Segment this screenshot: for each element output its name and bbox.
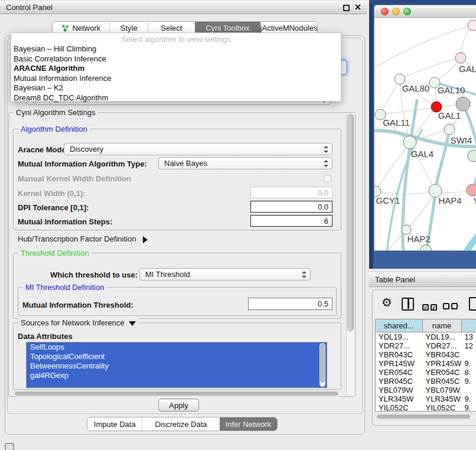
manual-kernel-checkbox[interactable] xyxy=(324,175,331,182)
column-header[interactable] xyxy=(461,319,476,332)
mac-close-icon[interactable] xyxy=(381,8,389,15)
mac-minimize-icon[interactable] xyxy=(392,8,400,15)
mi-threshold-field[interactable]: 0.5 xyxy=(248,298,332,310)
gear-icon[interactable]: ⚙ xyxy=(382,295,392,309)
scrollbar-thumb[interactable] xyxy=(320,344,325,383)
columns-icon[interactable] xyxy=(402,298,414,311)
mi-threshold-title: MI Threshold Definition xyxy=(23,283,106,292)
frame-top xyxy=(369,0,476,4)
mi-steps-field[interactable]: 6 xyxy=(250,215,332,227)
table-cell: YIL052C xyxy=(376,403,422,412)
dropdown-item[interactable]: Bayesian – Hill Climbing xyxy=(11,44,341,54)
table-row[interactable]: YDR27...YDR27...12 xyxy=(376,341,476,350)
network-window-titlebar[interactable] xyxy=(374,5,476,18)
tab-discretize-data[interactable]: Discretize Data xyxy=(142,418,219,431)
network-graph: GALGAL80GAL10GAL1GAL11SWI4GAL4GCY1HAP4YH… xyxy=(374,18,476,251)
network-edge[interactable] xyxy=(380,107,436,115)
table-row[interactable]: YDL19...YDL19...13 xyxy=(376,332,476,341)
kernel-width-field[interactable]: 0.0 xyxy=(250,187,332,198)
network-node-y[interactable] xyxy=(467,184,476,196)
network-node-swi4[interactable] xyxy=(444,124,455,135)
float-window-icon[interactable] xyxy=(343,5,350,11)
list-item[interactable]: BetweennessCentrality xyxy=(27,361,327,371)
network-edge[interactable] xyxy=(435,129,449,191)
dropdown-placeholder: Select algorithm to view settings xyxy=(11,33,341,44)
network-node-hap2[interactable] xyxy=(402,225,411,234)
table-row[interactable]: YBR043CYBR043C xyxy=(376,350,476,359)
table-cell: YDR27... xyxy=(376,341,422,350)
tab-network-label: Network xyxy=(72,24,100,32)
mi-type-combo[interactable]: Naive Bayes xyxy=(158,157,332,169)
node-label: HAP2 xyxy=(407,234,430,244)
node-label: GAL4 xyxy=(411,149,433,159)
which-threshold-combo[interactable]: MI Threshold xyxy=(139,268,311,281)
sources-group-title[interactable]: Sources for Network Inference xyxy=(18,318,138,327)
network-node[interactable] xyxy=(456,97,470,111)
deselect-all-checkboxes-icon[interactable] xyxy=(443,301,458,312)
manual-kernel-label: Manual Kernel Width Definition xyxy=(18,174,131,183)
close-icon[interactable]: ✕ xyxy=(354,4,361,11)
document-icon[interactable] xyxy=(469,297,476,311)
control-panel-title: Control Panel xyxy=(0,3,53,12)
dropdown-item[interactable]: Bayesian – K2 xyxy=(11,83,341,93)
table-row[interactable]: YBR045CYBR045C9. xyxy=(376,377,476,386)
mac-zoom-icon[interactable] xyxy=(403,8,411,15)
aracne-mode-label: Aracne Mode: xyxy=(18,145,69,154)
tab-infer-network[interactable]: Infer Network xyxy=(220,418,277,431)
tab-impute-data[interactable]: Impute Data xyxy=(87,418,142,431)
table-cell: YDL19... xyxy=(422,332,461,341)
network-edge[interactable] xyxy=(374,25,473,70)
table-row[interactable]: YBL079WYBL079W xyxy=(376,386,476,394)
network-window: GALGAL80GAL10GAL1GAL11SWI4GAL4GCY1HAP4YH… xyxy=(374,5,476,251)
network-node[interactable] xyxy=(468,150,476,162)
network-node[interactable] xyxy=(468,20,476,31)
select-all-checkboxes-icon[interactable]: ✓✓ xyxy=(422,301,437,312)
dropdown-item[interactable]: ARACNE Algorithm xyxy=(11,64,341,74)
dock-panel-button[interactable] xyxy=(5,443,14,450)
table-horizontal-scrollbar[interactable] xyxy=(375,413,476,420)
table-row[interactable]: YLR345WYLR345W9. xyxy=(376,394,476,403)
node-label: GAL xyxy=(459,64,476,74)
column-header[interactable]: shared... xyxy=(376,319,422,332)
network-edge[interactable] xyxy=(380,79,400,115)
dropdown-item[interactable]: Dream8 DC_TDC Algorithm xyxy=(11,93,341,103)
dropdown-item[interactable]: Mutual Information Inference xyxy=(11,74,341,84)
dropdown-item[interactable]: Basic Correlation Inference xyxy=(11,54,341,64)
node-label: GAL1 xyxy=(438,110,461,120)
settings-vertical-scrollbar[interactable] xyxy=(346,113,355,396)
list-scrollbar[interactable] xyxy=(319,343,325,387)
table-cell: 9. xyxy=(461,394,476,403)
column-header[interactable]: name xyxy=(422,319,461,332)
scrollbar-thumb[interactable] xyxy=(15,392,338,396)
table-cell: 13 xyxy=(461,332,476,341)
collapse-arrow-icon[interactable] xyxy=(129,321,136,326)
apply-button[interactable]: Apply xyxy=(158,399,199,412)
network-edge[interactable] xyxy=(464,226,476,251)
table-row[interactable]: YPR145WYPR145W9. xyxy=(376,359,476,368)
algorithm-dropdown-popup: Select algorithm to view settings Bayesi… xyxy=(11,32,341,102)
table-cell: YDL19... xyxy=(376,332,422,341)
table-row[interactable]: YIL052CYIL052C9. xyxy=(376,403,476,412)
node-label: GAL80 xyxy=(402,83,430,93)
expand-arrow-icon[interactable] xyxy=(143,236,148,243)
table-row[interactable]: YER054CYER054C8. xyxy=(376,368,476,377)
network-node-gal4[interactable] xyxy=(403,136,416,149)
list-item[interactable]: TopologicalCoefficient xyxy=(27,352,327,361)
table-panel: ⚙ ✓✓ shared...nameYDL19...YDL19...13YDR2… xyxy=(372,289,476,426)
mi-type-label: Mutual Information Algorithm Type: xyxy=(18,159,147,168)
network-canvas[interactable]: GALGAL80GAL10GAL1GAL11SWI4GAL4GCY1HAP4YH… xyxy=(374,18,476,251)
list-item[interactable] xyxy=(27,380,327,388)
attribute-table[interactable]: shared...nameYDL19...YDL19...13YDR27...Y… xyxy=(375,319,476,412)
scrollbar-thumb[interactable] xyxy=(377,415,470,419)
network-node-gal[interactable] xyxy=(455,53,466,63)
table-cell: 9. xyxy=(461,403,476,412)
hub-definition-toggle[interactable]: Hub/Transcription Factor Definition xyxy=(18,234,148,243)
aracne-mode-combo[interactable]: Discovery xyxy=(64,143,332,155)
node-label: GCY1 xyxy=(376,195,400,206)
dpi-tolerance-field[interactable]: 0.0 xyxy=(250,201,332,213)
list-item[interactable]: SelfLoops xyxy=(27,343,327,352)
list-item[interactable]: gal4RGexp xyxy=(27,371,327,380)
data-attributes-list[interactable]: SelfLoopsTopologicalCoefficientBetweenne… xyxy=(26,342,327,388)
settings-horizontal-scrollbar[interactable] xyxy=(13,390,341,397)
scrollbar-thumb[interactable] xyxy=(347,114,354,331)
